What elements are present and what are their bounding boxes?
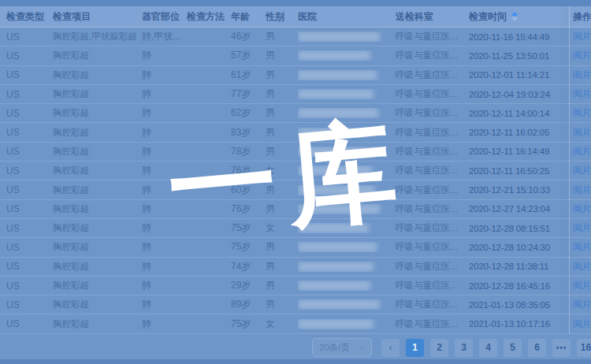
page-button-3[interactable]: 3 (455, 339, 473, 357)
hospital-redacted-blur (298, 147, 381, 157)
table-row: US胸腔彩超肺74岁男呼吸与重症医...2020-12-28 11:38:11阅… (0, 258, 591, 277)
cell-age: 78岁 (231, 145, 266, 158)
cell-gender: 女 (266, 221, 298, 235)
sort-descending-icon[interactable] (511, 17, 518, 21)
cell-department: 呼吸与重症医... (396, 203, 469, 215)
view-film-link[interactable]: 阅片 (573, 31, 591, 43)
cell-action: 阅片 (569, 318, 591, 330)
table-row: US胸腔彩超肺62岁男呼吸与重症医...2020-12-11 14:00:14阅… (0, 104, 591, 123)
cell-action: 阅片 (569, 280, 591, 292)
cell-age: 29岁 (231, 279, 266, 292)
cell-hospital (298, 89, 396, 99)
page-button-6[interactable]: 6 (528, 339, 546, 357)
cell-action: 阅片 (569, 127, 591, 139)
cell-action: 阅片 (569, 50, 591, 61)
hospital-redacted-blur (298, 108, 378, 118)
page-button-16[interactable]: 16 (577, 339, 591, 357)
cell-check-item: 胸腔彩超 (53, 69, 142, 81)
table-row: US胸腔彩超肺78岁男呼吸与重症医...2020-12-11 16:14:49阅… (0, 143, 591, 162)
page-size-select[interactable]: 20条/页 ∨ (312, 338, 372, 357)
view-film-link[interactable]: 阅片 (573, 203, 591, 215)
view-film-link[interactable]: 阅片 (573, 184, 591, 196)
previous-page-button[interactable]: ‹ (381, 339, 400, 357)
hospital-redacted-blur (298, 89, 374, 99)
cell-age: 75岁 (231, 240, 266, 254)
cell-check-item: 胸腔彩超 (53, 88, 142, 100)
cell-organ: 肺 (142, 69, 187, 82)
view-film-link[interactable]: 阅片 (573, 222, 591, 234)
cell-department: 呼吸与重症医... (396, 165, 469, 176)
cell-check-item: 胸腔彩超 (53, 50, 142, 61)
view-film-link[interactable]: 阅片 (573, 88, 591, 100)
cell-age: 62岁 (231, 106, 266, 120)
cell-age: 83岁 (231, 126, 266, 139)
cell-check-item: 胸腔彩超 (53, 299, 142, 310)
pager: 20条/页 ∨ ‹ 123456•••16 (312, 338, 591, 357)
cell-check-type: US (0, 203, 53, 214)
cell-organ: 肺 (142, 49, 187, 62)
exam-list-screen: 检查类型 检查项目 器官部位 检查方法 年龄 性别 医院 送检科室 检查时间 操… (0, 0, 591, 364)
table-body: US胸腔彩超,甲状腺彩超肺,甲状...46岁男呼吸与重症医...2020-11-… (0, 28, 591, 334)
cell-organ: 肺 (142, 221, 187, 235)
cell-action: 阅片 (569, 261, 591, 273)
view-film-link[interactable]: 阅片 (573, 50, 591, 61)
cell-hospital (298, 128, 396, 138)
view-film-link[interactable]: 阅片 (573, 261, 591, 273)
view-film-link[interactable]: 阅片 (573, 127, 591, 139)
hospital-redacted-blur (298, 299, 380, 310)
view-film-link[interactable]: 阅片 (573, 241, 591, 253)
cell-check-time: 2020-11-25 13:50:01 (469, 51, 569, 61)
cell-gender: 男 (266, 202, 298, 216)
sort-caret[interactable] (511, 12, 518, 21)
table-row: US胸腔彩超肺76岁男呼吸与重症医...2020-12-27 14:23:04阅… (0, 200, 591, 219)
cell-action: 阅片 (569, 31, 591, 43)
cell-hospital (298, 165, 396, 176)
page-button-2[interactable]: 2 (430, 339, 448, 357)
cell-organ: 肺 (142, 145, 187, 158)
cell-check-time: 2020-12-11 16:02:05 (469, 128, 569, 137)
cell-department: 呼吸与重症医... (396, 31, 469, 43)
table-row: US胸腔彩超,甲状腺彩超肺,甲状...46岁男呼吸与重症医...2020-11-… (0, 28, 591, 46)
page-button-4[interactable]: 4 (479, 339, 497, 357)
page-button-1[interactable]: 1 (406, 339, 424, 357)
table-row: US胸腔彩超肺83岁男呼吸与重症医...2020-12-11 16:02:05阅… (0, 123, 591, 142)
view-film-link[interactable]: 阅片 (573, 69, 591, 81)
hospital-redacted-blur (298, 128, 367, 138)
cell-check-item: 胸腔彩超 (53, 146, 142, 158)
cell-gender: 女 (266, 318, 298, 331)
cell-hospital (298, 223, 396, 233)
cell-age: 89岁 (231, 298, 266, 311)
table-row: US胸腔彩超肺61岁男呼吸与重症医...2020-12-01 11:14:21阅… (0, 66, 591, 85)
view-film-link[interactable]: 阅片 (573, 146, 591, 158)
hospital-redacted-blur (298, 70, 377, 80)
view-film-link[interactable]: 阅片 (573, 165, 591, 176)
table-row: US胸腔彩超肺75岁女呼吸与重症医...2021-01-13 10:17:16阅… (0, 314, 591, 333)
cell-check-item: 胸腔彩超 (53, 184, 142, 196)
cell-check-type: US (0, 89, 53, 100)
view-film-link[interactable]: 阅片 (573, 299, 591, 310)
column-header-department: 送检科室 (396, 10, 469, 24)
cell-gender: 男 (266, 69, 298, 82)
cell-check-type: US (0, 32, 53, 43)
cell-gender: 男 (266, 298, 298, 311)
column-header-check-time[interactable]: 检查时间 (469, 10, 569, 24)
view-film-link[interactable]: 阅片 (573, 280, 591, 292)
view-film-link[interactable]: 阅片 (573, 318, 591, 330)
cell-organ: 肺 (142, 240, 187, 254)
hospital-redacted-blur (298, 204, 380, 214)
table-row: US胸腔彩超肺60岁男呼吸与重症医...2020-12-21 15:10:33阅… (0, 180, 591, 199)
view-film-link[interactable]: 阅片 (573, 107, 591, 119)
cell-age: 76岁 (231, 202, 266, 216)
cell-gender: 男 (266, 30, 298, 43)
pager-ellipsis[interactable]: ••• (552, 339, 571, 357)
page-button-5[interactable]: 5 (504, 339, 522, 357)
cell-organ: 肺 (142, 184, 187, 197)
column-header-actions: 操作 (569, 10, 591, 24)
cell-check-item: 胸腔彩超 (53, 107, 142, 119)
cell-department: 呼吸与重症医... (396, 280, 469, 292)
cell-check-time: 2020-12-27 14:23:04 (469, 204, 569, 214)
cell-organ: 肺 (142, 260, 187, 273)
cell-action: 阅片 (569, 69, 591, 81)
sort-ascending-icon[interactable] (511, 12, 518, 16)
cell-hospital (298, 319, 396, 329)
